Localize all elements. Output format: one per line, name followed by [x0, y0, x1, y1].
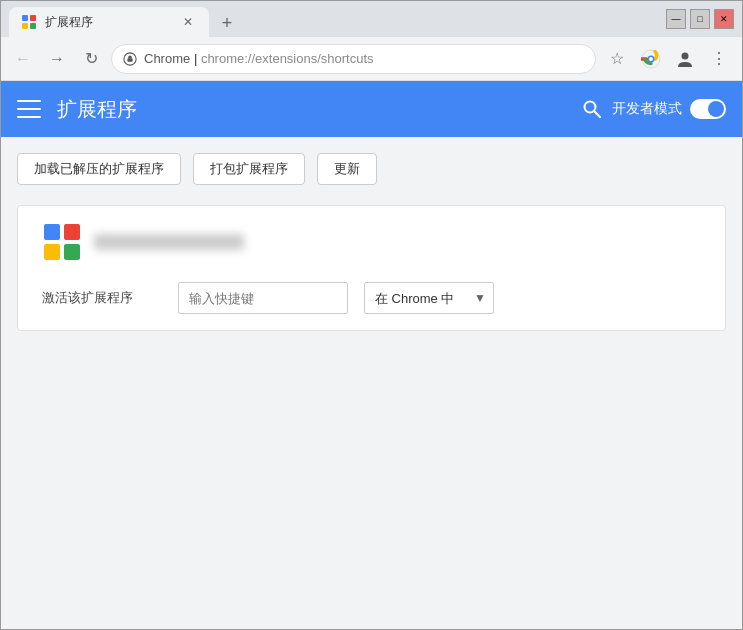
tab-area: 扩展程序 ✕ +	[9, 1, 666, 37]
svg-rect-3	[30, 23, 36, 29]
extension-icon	[42, 222, 82, 262]
dev-mode-toggle[interactable]	[690, 99, 726, 119]
back-button[interactable]: ←	[9, 45, 37, 73]
tab-favicon	[21, 14, 37, 30]
dev-mode-label: 开发者模式	[612, 100, 682, 118]
pack-extension-button[interactable]: 打包扩展程序	[193, 153, 305, 185]
secure-icon	[122, 51, 138, 67]
reload-button[interactable]: ↻	[77, 45, 105, 73]
chrome-icon-button[interactable]	[636, 44, 666, 74]
new-tab-button[interactable]: +	[213, 9, 241, 37]
tab-close-button[interactable]: ✕	[179, 13, 197, 31]
svg-point-9	[682, 52, 689, 59]
window-frame: 扩展程序 ✕ + — □ ✕ ← → ↻ Chrome |	[0, 0, 743, 630]
svg-rect-1	[30, 15, 36, 21]
profile-button[interactable]	[670, 44, 700, 74]
svg-rect-14	[44, 244, 60, 260]
scope-select[interactable]: 在 Chrome 中 在全局中	[364, 282, 494, 314]
star-button[interactable]: ☆	[602, 44, 632, 74]
hamburger-line-1	[17, 100, 41, 102]
address-site: Chrome	[144, 51, 190, 66]
maximize-button[interactable]: □	[690, 9, 710, 29]
shortcut-input[interactable]	[178, 282, 348, 314]
update-button[interactable]: 更新	[317, 153, 377, 185]
tab-title: 扩展程序	[45, 14, 171, 31]
forward-button[interactable]: →	[43, 45, 71, 73]
shortcut-label: 激活该扩展程序	[42, 289, 162, 307]
toggle-knob	[708, 101, 724, 117]
svg-rect-13	[64, 224, 80, 240]
address-path: chrome://extensions/shortcuts	[201, 51, 374, 66]
address-bar[interactable]: Chrome | chrome://extensions/shortcuts	[111, 44, 596, 74]
shortcut-row: 激活该扩展程序 在 Chrome 中 在全局中 ▼	[42, 282, 701, 314]
svg-rect-15	[64, 244, 80, 260]
toolbar-actions: ☆ ⋮	[602, 44, 734, 74]
hamburger-line-2	[17, 108, 41, 110]
address-separator: |	[194, 51, 201, 66]
menu-button[interactable]: ⋮	[704, 44, 734, 74]
load-unpacked-button[interactable]: 加载已解压的扩展程序	[17, 153, 181, 185]
svg-point-8	[649, 57, 653, 61]
header-search-button[interactable]	[580, 97, 604, 121]
hamburger-line-3	[17, 116, 41, 118]
extension-name-blurred	[94, 234, 244, 250]
browser-toolbar: ← → ↻ Chrome | chrome://extensions/short…	[1, 37, 742, 81]
extension-card: 激活该扩展程序 在 Chrome 中 在全局中 ▼	[17, 205, 726, 331]
title-bar: 扩展程序 ✕ + — □ ✕	[1, 1, 742, 37]
svg-rect-0	[22, 15, 28, 21]
svg-line-11	[595, 112, 601, 118]
minimize-button[interactable]: —	[666, 9, 686, 29]
header-title: 扩展程序	[57, 96, 580, 123]
close-button[interactable]: ✕	[714, 9, 734, 29]
action-buttons-row: 加载已解压的扩展程序 打包扩展程序 更新	[17, 153, 726, 185]
scope-wrapper: 在 Chrome 中 在全局中 ▼	[364, 282, 494, 314]
svg-rect-2	[22, 23, 28, 29]
hamburger-menu-button[interactable]	[17, 97, 41, 121]
address-text: Chrome | chrome://extensions/shortcuts	[144, 51, 585, 66]
window-controls: — □ ✕	[666, 9, 734, 29]
extensions-header: 扩展程序 开发者模式	[1, 81, 742, 137]
extension-card-header	[42, 222, 701, 262]
svg-rect-12	[44, 224, 60, 240]
active-tab[interactable]: 扩展程序 ✕	[9, 7, 209, 37]
main-content: 加载已解压的扩展程序 打包扩展程序 更新 激活该扩展程序	[1, 137, 742, 629]
svg-rect-5	[127, 58, 132, 62]
